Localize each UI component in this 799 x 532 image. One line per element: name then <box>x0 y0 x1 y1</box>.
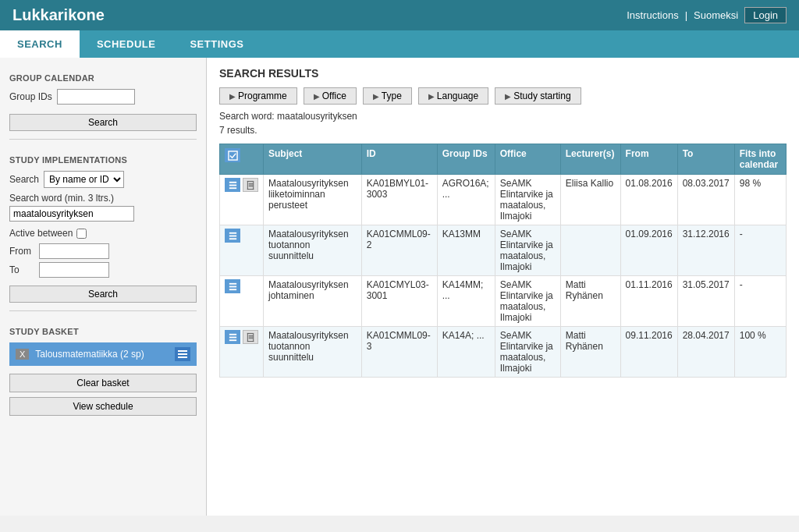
table-row: Maatalousyrityksen tuotannon suunnittelu… <box>220 327 787 378</box>
row-from: 01.11.2016 <box>620 276 677 327</box>
row-subject: Maatalousyrityksen johtaminen <box>264 276 362 327</box>
filter-type-label: Type <box>382 90 402 101</box>
filter-study-starting-arrow: ▶ <box>505 92 511 101</box>
study-search-button[interactable]: Search <box>9 286 197 303</box>
svg-rect-17 <box>229 282 236 284</box>
row-to: 08.03.2017 <box>677 175 734 225</box>
th-from: From <box>620 144 677 175</box>
add-to-basket-icon[interactable] <box>225 178 240 192</box>
row-actions <box>220 327 264 378</box>
row-lecturers: Matti Ryhänen <box>560 327 620 378</box>
filter-bar: ▶ Programme ▶ Office ▶ Type ▶ Language ▶… <box>219 87 787 105</box>
group-ids-input[interactable] <box>57 89 135 105</box>
search-by-select[interactable]: By name or ID By code By teacher <box>44 171 124 188</box>
search-by-label: Search <box>9 174 39 185</box>
filter-programme-label: Programme <box>238 90 287 101</box>
row-to: 31.05.2017 <box>677 276 734 327</box>
svg-rect-25 <box>253 332 254 341</box>
search-word-sublabel: (min. 3 ltrs.) <box>65 193 114 204</box>
filter-office-label: Office <box>322 90 346 101</box>
row-id: KA01BMYL01-3003 <box>361 175 437 225</box>
svg-rect-6 <box>229 187 236 189</box>
add-to-basket-icon[interactable] <box>225 330 240 344</box>
filter-programme-button[interactable]: ▶ Programme <box>219 87 297 105</box>
row-lecturers <box>560 225 620 276</box>
tab-schedule[interactable]: SCHEDULE <box>80 30 173 58</box>
row-subject: Maatalousyrityksen tuotannon suunnittelu <box>264 225 362 276</box>
filter-study-starting-button[interactable]: ▶ Study starting <box>495 87 581 105</box>
study-implementations-title: STUDY IMPLEMENTATIONS <box>9 155 197 165</box>
row-lecturers: Matti Ryhänen <box>560 276 620 327</box>
row-to: 28.04.2017 <box>677 327 734 378</box>
group-ids-row: Group IDs <box>9 89 197 105</box>
add-to-basket-icon[interactable] <box>225 229 240 243</box>
select-all-icon[interactable] <box>225 148 240 162</box>
clear-basket-button[interactable]: Clear basket <box>9 374 197 392</box>
language-link[interactable]: Suomeksi <box>694 9 738 21</box>
th-subject: Subject <box>264 144 362 175</box>
svg-rect-29 <box>248 338 253 339</box>
svg-rect-28 <box>248 336 253 337</box>
svg-rect-23 <box>247 332 252 333</box>
svg-rect-24 <box>247 332 247 341</box>
login-button[interactable]: Login <box>744 7 787 23</box>
to-label: To <box>9 264 33 275</box>
svg-rect-16 <box>229 238 236 239</box>
view-schedule-button[interactable]: View schedule <box>9 397 197 416</box>
filter-type-button[interactable]: ▶ Type <box>363 87 412 105</box>
row-fits: 100 % <box>734 327 786 378</box>
svg-rect-12 <box>248 184 253 185</box>
table-row: Maatalousyrityksen tuotannon suunnittelu… <box>220 225 787 276</box>
search-word-input[interactable] <box>9 206 134 222</box>
svg-rect-18 <box>229 286 236 287</box>
svg-rect-7 <box>247 180 252 181</box>
th-office: Office <box>495 144 560 175</box>
svg-rect-3 <box>228 151 236 159</box>
th-fits: Fits into calendar <box>734 144 786 175</box>
group-ids-label: Group IDs <box>9 91 52 102</box>
filter-type-arrow: ▶ <box>373 92 379 101</box>
to-row: To <box>9 262 197 278</box>
group-calendar-search-button[interactable]: Search <box>9 114 197 131</box>
svg-rect-22 <box>229 339 236 341</box>
row-from: 01.08.2016 <box>620 175 677 225</box>
row-actions <box>220 175 264 225</box>
row-id: KA01CMML09-3 <box>361 327 437 378</box>
search-info: Search word: maatalousyrityksen <box>219 111 787 122</box>
content-area: SEARCH RESULTS ▶ Programme ▶ Office ▶ Ty… <box>207 58 799 516</box>
row-group-ids: AGRO16A; ... <box>437 175 495 225</box>
app-title: Lukkarikone <box>12 6 105 24</box>
filter-office-button[interactable]: ▶ Office <box>304 87 357 105</box>
add-to-basket-icon[interactable] <box>225 279 240 293</box>
row-from: 01.09.2016 <box>620 225 677 276</box>
doc-icon[interactable] <box>243 330 258 344</box>
filter-language-label: Language <box>437 90 478 101</box>
th-lecturers: Lecturer(s) <box>560 144 620 175</box>
svg-rect-15 <box>229 235 236 236</box>
active-between-checkbox[interactable] <box>76 229 87 239</box>
row-group-ids: KA13MM <box>437 225 495 276</box>
row-office: SeAMK Elintarvike ja maatalous, Ilmajoki <box>495 175 560 225</box>
svg-rect-14 <box>229 232 236 233</box>
instructions-link[interactable]: Instructions <box>627 9 678 21</box>
to-input[interactable] <box>39 262 109 278</box>
basket-remove-button[interactable]: X <box>16 349 29 360</box>
top-header: Lukkarikone Instructions | Suomeksi Logi… <box>0 0 799 30</box>
tab-settings[interactable]: SETTINGS <box>172 30 261 58</box>
search-word-label: Search word (min. 3 ltrs.) <box>9 193 197 204</box>
row-subject: Maatalousyrityksen tuotannon suunnittelu <box>264 327 362 378</box>
svg-rect-21 <box>229 336 236 338</box>
results-table: Subject ID Group IDs Office Lecturer(s) … <box>219 144 787 378</box>
svg-rect-20 <box>229 333 236 335</box>
doc-icon[interactable] <box>243 178 258 192</box>
svg-rect-13 <box>248 186 253 186</box>
svg-rect-0 <box>178 350 187 352</box>
basket-item-icon[interactable] <box>175 347 190 361</box>
row-lecturers: Eliisa Kallio <box>560 175 620 225</box>
th-id: ID <box>361 144 437 175</box>
from-input[interactable] <box>39 243 109 259</box>
search-results-title: SEARCH RESULTS <box>219 67 787 80</box>
tab-search[interactable]: SEARCH <box>0 30 80 58</box>
filter-language-button[interactable]: ▶ Language <box>418 87 488 105</box>
svg-rect-2 <box>178 356 187 358</box>
